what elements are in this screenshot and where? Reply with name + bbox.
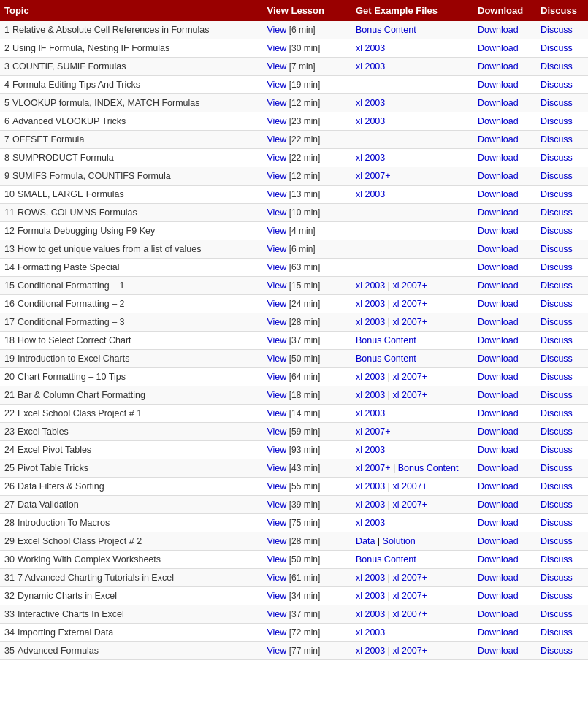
discuss-link[interactable]: Discuss xyxy=(541,408,573,418)
download-link[interactable]: Download xyxy=(478,116,519,126)
example-link[interactable]: xl 2003 xyxy=(356,153,385,163)
download-link[interactable]: Download xyxy=(478,25,519,35)
view-link[interactable]: View xyxy=(267,299,286,309)
download-link[interactable]: Download xyxy=(478,317,519,327)
discuss-link[interactable]: Discuss xyxy=(541,481,573,492)
view-link[interactable]: View xyxy=(267,573,286,583)
view-link[interactable]: View xyxy=(267,591,286,601)
download-link[interactable]: Download xyxy=(478,226,519,236)
example-link[interactable]: xl 2003 xyxy=(356,646,385,656)
example-link[interactable]: xl 2007+ xyxy=(356,427,391,437)
discuss-link[interactable]: Discuss xyxy=(541,609,573,619)
discuss-link[interactable]: Discuss xyxy=(541,116,573,126)
example-link[interactable]: xl 2003 xyxy=(356,481,385,492)
example-link[interactable]: xl 2003 xyxy=(356,299,385,309)
download-link[interactable]: Download xyxy=(478,43,519,53)
download-link[interactable]: Download xyxy=(478,481,519,492)
download-link[interactable]: Download xyxy=(478,189,519,199)
view-link[interactable]: View xyxy=(267,244,286,254)
view-link[interactable]: View xyxy=(267,43,286,53)
example-link[interactable]: xl 2007+ xyxy=(392,317,427,327)
discuss-link[interactable]: Discuss xyxy=(541,299,573,309)
view-link[interactable]: View xyxy=(267,518,286,528)
download-link[interactable]: Download xyxy=(478,536,519,546)
download-link[interactable]: Download xyxy=(478,627,519,638)
example-link[interactable]: Bonus Content xyxy=(356,335,416,345)
view-link[interactable]: View xyxy=(267,80,286,90)
example-link[interactable]: xl 2007+ xyxy=(356,463,391,473)
discuss-link[interactable]: Discuss xyxy=(541,500,573,510)
download-link[interactable]: Download xyxy=(478,335,519,345)
download-link[interactable]: Download xyxy=(478,408,519,418)
discuss-link[interactable]: Discuss xyxy=(541,445,573,455)
discuss-link[interactable]: Discuss xyxy=(541,25,573,35)
download-link[interactable]: Download xyxy=(478,353,519,364)
view-link[interactable]: View xyxy=(267,280,286,291)
example-link[interactable]: xl 2007+ xyxy=(392,280,427,291)
discuss-link[interactable]: Discuss xyxy=(541,390,573,400)
example-link[interactable]: xl 2003 xyxy=(356,500,385,510)
view-link[interactable]: View xyxy=(267,463,286,473)
discuss-link[interactable]: Discuss xyxy=(541,153,573,163)
example-link[interactable]: xl 2003 xyxy=(356,591,385,601)
download-link[interactable]: Download xyxy=(478,153,519,163)
download-link[interactable]: Download xyxy=(478,609,519,619)
download-link[interactable]: Download xyxy=(478,98,519,108)
download-link[interactable]: Download xyxy=(478,427,519,437)
download-link[interactable]: Download xyxy=(478,573,519,583)
example-link[interactable]: xl 2007+ xyxy=(392,372,427,382)
example-link[interactable]: Bonus Content xyxy=(356,25,416,35)
example-link[interactable]: xl 2007+ xyxy=(392,500,427,510)
discuss-link[interactable]: Discuss xyxy=(541,262,573,272)
discuss-link[interactable]: Discuss xyxy=(541,646,573,656)
view-link[interactable]: View xyxy=(267,335,286,345)
discuss-link[interactable]: Discuss xyxy=(541,80,573,90)
example-link[interactable]: xl 2007+ xyxy=(356,171,391,181)
download-link[interactable]: Download xyxy=(478,134,519,145)
discuss-link[interactable]: Discuss xyxy=(541,536,573,546)
example-link[interactable]: xl 2003 xyxy=(356,445,385,455)
discuss-link[interactable]: Discuss xyxy=(541,317,573,327)
view-link[interactable]: View xyxy=(267,226,286,236)
example-link[interactable]: xl 2007+ xyxy=(392,609,427,619)
example-link[interactable]: xl 2003 xyxy=(356,116,385,126)
discuss-link[interactable]: Discuss xyxy=(541,353,573,364)
download-link[interactable]: Download xyxy=(478,591,519,601)
discuss-link[interactable]: Discuss xyxy=(541,61,573,72)
download-link[interactable]: Download xyxy=(478,500,519,510)
example-link[interactable]: xl 2007+ xyxy=(392,390,427,400)
view-link[interactable]: View xyxy=(267,536,286,546)
download-link[interactable]: Download xyxy=(478,207,519,218)
view-link[interactable]: View xyxy=(267,353,286,364)
discuss-link[interactable]: Discuss xyxy=(541,207,573,218)
view-link[interactable]: View xyxy=(267,500,286,510)
view-link[interactable]: View xyxy=(267,408,286,418)
view-link[interactable]: View xyxy=(267,317,286,327)
discuss-link[interactable]: Discuss xyxy=(541,134,573,145)
view-link[interactable]: View xyxy=(267,153,286,163)
view-link[interactable]: View xyxy=(267,372,286,382)
discuss-link[interactable]: Discuss xyxy=(541,98,573,108)
discuss-link[interactable]: Discuss xyxy=(541,372,573,382)
example-link[interactable]: xl 2003 xyxy=(356,189,385,199)
view-link[interactable]: View xyxy=(267,481,286,492)
view-link[interactable]: View xyxy=(267,61,286,72)
view-link[interactable]: View xyxy=(267,25,286,35)
example-link[interactable]: xl 2003 xyxy=(356,518,385,528)
discuss-link[interactable]: Discuss xyxy=(541,427,573,437)
discuss-link[interactable]: Discuss xyxy=(541,591,573,601)
discuss-link[interactable]: Discuss xyxy=(541,244,573,254)
view-link[interactable]: View xyxy=(267,609,286,619)
example-link[interactable]: xl 2007+ xyxy=(392,646,427,656)
view-link[interactable]: View xyxy=(267,189,286,199)
view-link[interactable]: View xyxy=(267,207,286,218)
download-link[interactable]: Download xyxy=(478,61,519,72)
discuss-link[interactable]: Discuss xyxy=(541,518,573,528)
download-link[interactable]: Download xyxy=(478,171,519,181)
download-link[interactable]: Download xyxy=(478,646,519,656)
download-link[interactable]: Download xyxy=(478,518,519,528)
example-link[interactable]: xl 2007+ xyxy=(392,299,427,309)
download-link[interactable]: Download xyxy=(478,280,519,291)
example-link[interactable]: xl 2003 xyxy=(356,43,385,53)
discuss-link[interactable]: Discuss xyxy=(541,573,573,583)
